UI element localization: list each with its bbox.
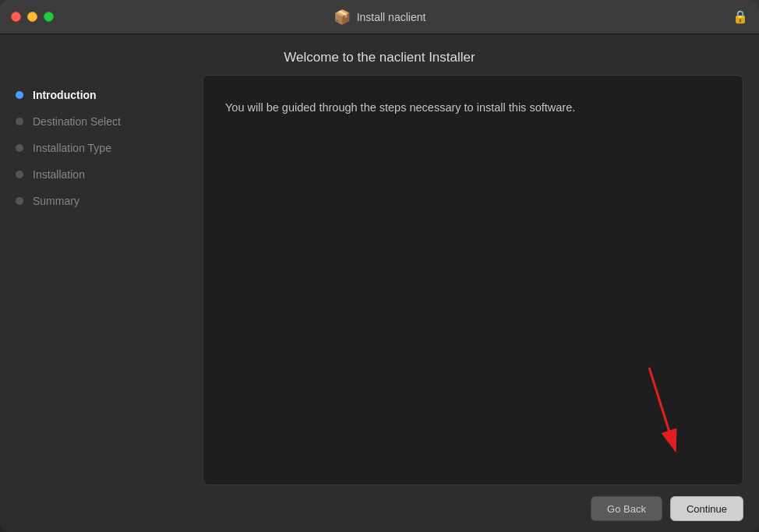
sidebar-item-summary[interactable]: Summary (16, 188, 203, 213)
content-box: You will be guided through the steps nec… (203, 75, 743, 485)
minimize-button[interactable] (27, 12, 37, 22)
close-button[interactable] (11, 12, 21, 22)
sidebar-dot-summary (16, 197, 23, 205)
page-title: Welcome to the naclient Installer (284, 50, 475, 65)
page-header: Welcome to the naclient Installer (0, 34, 759, 75)
main-content: Welcome to the naclient Installer Introd… (0, 34, 759, 532)
go-back-button[interactable]: Go Back (591, 496, 662, 521)
sidebar-label-installation: Installation (33, 168, 85, 181)
sidebar-label-summary: Summary (33, 195, 79, 207)
sidebar-label-introduction: Introduction (33, 89, 97, 101)
sidebar-label-destination-select: Destination Select (33, 115, 121, 128)
footer: Go Back Continue (0, 485, 759, 532)
sidebar-item-installation[interactable]: Installation (16, 162, 203, 187)
sidebar-dot-installation (16, 171, 23, 178)
sidebar-dot-destination-select (16, 118, 23, 125)
welcome-message: You will be guided through the steps nec… (225, 99, 721, 117)
continue-button[interactable]: Continue (670, 496, 743, 521)
main-panel: You will be guided through the steps nec… (203, 75, 759, 485)
app-icon: 📦 (334, 9, 351, 26)
content-area: Introduction Destination Select Installa… (0, 75, 759, 485)
sidebar-label-installation-type: Installation Type (33, 142, 111, 154)
installer-window: 📦 Install naclient 🔒 Welcome to the nacl… (0, 0, 759, 532)
maximize-button[interactable] (44, 12, 54, 22)
sidebar-dot-introduction (16, 91, 23, 99)
traffic-lights (11, 12, 54, 22)
sidebar-item-destination-select[interactable]: Destination Select (16, 109, 203, 134)
sidebar-item-introduction[interactable]: Introduction (16, 83, 203, 107)
title-bar-content: 📦 Install naclient (334, 9, 426, 26)
sidebar-item-installation-type[interactable]: Installation Type (16, 136, 203, 160)
sidebar-dot-installation-type (16, 144, 23, 152)
arrow-annotation (641, 360, 680, 453)
title-bar: 📦 Install naclient 🔒 (0, 0, 759, 34)
window-title: Install naclient (357, 11, 426, 23)
sidebar: Introduction Destination Select Installa… (0, 75, 203, 485)
lock-icon: 🔒 (733, 9, 748, 24)
svg-line-1 (649, 368, 673, 442)
red-arrow-icon (641, 360, 680, 453)
